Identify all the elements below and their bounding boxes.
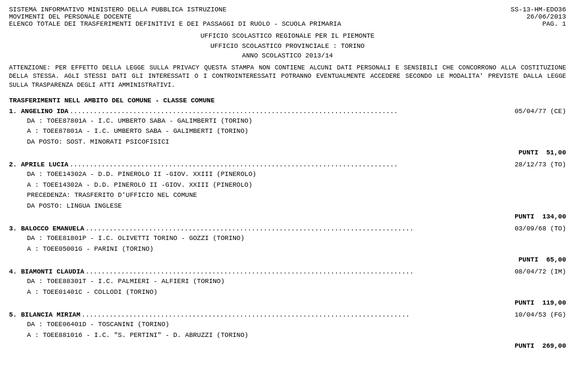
- entry-4-name: BIAMONTI CLAUDIA: [21, 268, 84, 275]
- entry-3: 3. BALOCCO EMANUELA ....................…: [9, 225, 566, 263]
- entry-5-detail-1: DA : TOEE06401D - TOSCANINI (TORINO): [27, 320, 566, 330]
- header-top: SISTEMA INFORMATIVO MINISTERO DELLA PUBB…: [9, 6, 566, 28]
- movement-title: MOVIMENTI DEL PERSONALE DOCENTE: [9, 13, 341, 20]
- entry-2-precedenza: PRECEDENZA: TRASFERITO D'UFFICIO NEL COM…: [27, 190, 566, 200]
- header-right: SS-13-HM-EDO36 26/06/2013 PAG. 1: [511, 6, 566, 28]
- entry-1: 1. ANGELINO IDA ........................…: [9, 108, 566, 157]
- entry-1-date: 05/04/77 (CE): [515, 108, 566, 115]
- description-title: ELENCO TOTALE DEI TRASFERIMENTI DEFINITI…: [9, 20, 341, 28]
- entry-1-detail-2: A : TOEE87801A - I.C. UMBERTO SABA - GAL…: [27, 126, 566, 136]
- office-info: UFFICIO SCOLASTICO REGIONALE PER IL PIEM…: [9, 31, 566, 61]
- system-title: SISTEMA INFORMATIVO MINISTERO DELLA PUBB…: [9, 6, 341, 13]
- page-number: PAG. 1: [511, 20, 566, 28]
- punti-label-3: PUNTI: [519, 256, 538, 263]
- provincial-office: UFFICIO SCOLASTICO PROVINCIALE : TORINO: [9, 41, 566, 51]
- entry-2-detail-2: A : TOEE14302A - D.D. PINEROLO II -GIOV.…: [27, 180, 566, 190]
- entry-5-number: 5.: [9, 311, 21, 318]
- entry-2-date: 28/12/73 (TO): [515, 161, 566, 168]
- entry-1-dots: ........................................…: [69, 108, 513, 115]
- entry-3-name: BALOCCO EMANUELA: [21, 225, 84, 232]
- entry-4-name-line: 4. BIAMONTI CLAUDIA ....................…: [9, 268, 566, 275]
- header-left: SISTEMA INFORMATIVO MINISTERO DELLA PUBB…: [9, 6, 341, 28]
- entry-2-detail-1: DA : TOEE14302A - D.D. PINEROLO II -GIOV…: [27, 169, 566, 180]
- entry-4-dots: ........................................…: [86, 268, 514, 275]
- punti-label-2: PUNTI: [515, 213, 534, 220]
- entry-4-date: 08/04/72 (IM): [515, 268, 566, 275]
- punti-label-1: PUNTI: [519, 149, 538, 156]
- entries-list: 1. ANGELINO IDA ........................…: [9, 108, 566, 350]
- entry-3-name-line: 3. BALOCCO EMANUELA ....................…: [9, 225, 566, 232]
- entry-3-number: 3.: [9, 225, 21, 232]
- entry-4-punti: PUNTI 119,00: [9, 299, 566, 306]
- entry-1-detail-1: DA : TOEE87801A - I.C. UMBERTO SABA - GA…: [27, 116, 566, 126]
- punti-value-1: 51,00: [546, 149, 566, 156]
- entry-2-name: APRILE LUCIA: [21, 161, 68, 168]
- school-year: ANNO SCOLASTICO 2013/14: [9, 51, 566, 61]
- entry-5: 5. BILANCIA MIRIAM .....................…: [9, 311, 566, 350]
- entry-2-name-line: 2. APRILE LUCIA ........................…: [9, 161, 566, 168]
- entry-3-date: 03/09/68 (TO): [515, 225, 566, 232]
- entry-4-detail-2: A : TOEE01401C - COLLODI (TORINO): [27, 287, 566, 297]
- entry-2-punti: PUNTI 134,00: [9, 213, 566, 220]
- doc-id: SS-13-HM-EDO36: [511, 6, 566, 13]
- header-date: 26/06/2013: [511, 13, 566, 20]
- punti-value-5: 269,00: [542, 342, 566, 350]
- entry-5-dots: ........................................…: [81, 311, 513, 318]
- entry-1-name: ANGELINO IDA: [21, 108, 68, 115]
- punti-value-4: 119,00: [542, 299, 566, 306]
- entry-3-detail-2: A : TOEE05001G - PARINI (TORINO): [27, 244, 566, 254]
- entry-2-lingua: DA POSTO: LINGUA INGLESE: [27, 201, 566, 211]
- punti-label-4: PUNTI: [515, 299, 534, 306]
- entry-3-detail-1: DA : TOEE81801P - I.C. OLIVETTI TORINO -…: [27, 233, 566, 244]
- punti-value-2: 134,00: [542, 213, 566, 220]
- section-title: TRASFERIMENTI NELL AMBITO DEL COMUNE - C…: [9, 97, 566, 104]
- regional-office: UFFICIO SCOLASTICO REGIONALE PER IL PIEM…: [9, 31, 566, 41]
- entry-4-detail-1: DA : TOEE88301T - I.C. PALMIERI - ALFIER…: [27, 276, 566, 287]
- entry-3-punti: PUNTI 65,00: [9, 256, 566, 263]
- entry-1-name-line: 1. ANGELINO IDA ........................…: [9, 108, 566, 115]
- entry-1-posto: DA POSTO: SOST. MINORATI PSICOFISICI: [27, 137, 566, 147]
- entry-2-dots: ........................................…: [69, 161, 513, 168]
- entry-5-name-line: 5. BILANCIA MIRIAM .....................…: [9, 311, 566, 318]
- entry-5-date: 10/04/53 (FG): [515, 311, 566, 318]
- entry-1-number: 1.: [9, 108, 21, 115]
- entry-5-name: BILANCIA MIRIAM: [21, 311, 80, 318]
- page-container: SISTEMA INFORMATIVO MINISTERO DELLA PUBB…: [9, 6, 566, 350]
- entry-5-punti: PUNTI 269,00: [9, 342, 566, 350]
- entry-4: 4. BIAMONTI CLAUDIA ....................…: [9, 268, 566, 306]
- punti-value-3: 65,00: [546, 256, 566, 263]
- entry-2-number: 2.: [9, 161, 21, 168]
- warning-text: ATTENZIONE: PER EFFETTO DELLA LEGGE SULL…: [9, 63, 566, 90]
- entry-2: 2. APRILE LUCIA ........................…: [9, 161, 566, 220]
- entry-5-detail-2: A : TOEE881016 - I.C. "S. PERTINI" - D. …: [27, 330, 566, 341]
- entry-1-punti: PUNTI 51,00: [9, 149, 566, 156]
- entry-3-dots: ........................................…: [86, 225, 514, 232]
- entry-4-number: 4.: [9, 268, 21, 275]
- punti-label-5: PUNTI: [515, 342, 534, 350]
